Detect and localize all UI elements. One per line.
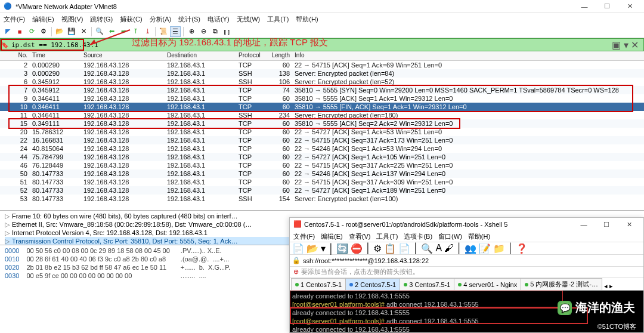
open-icon[interactable]: 📂 [54, 26, 65, 37]
packet-row[interactable]: 5080.147733192.168.43.128192.168.43.1TCP… [0, 169, 644, 178]
packet-row[interactable]: 2440.815064192.168.43.128192.168.43.1TCP… [0, 144, 644, 153]
packet-row[interactable]: 70.345912192.168.43.128192.168.43.1TCP74… [0, 86, 644, 94]
find-session-icon[interactable]: 🔍 [421, 243, 433, 254]
packet-row[interactable]: 4676.128449192.168.43.128192.168.43.1TCP… [0, 161, 644, 169]
prev-icon[interactable]: ⬅ [106, 26, 117, 37]
next-icon[interactable]: ➡ [118, 26, 129, 37]
zoom-in-icon[interactable]: ⊕ [186, 26, 197, 37]
options-icon[interactable]: ⚙ [38, 26, 49, 37]
jump-last-icon[interactable]: ⤓ [142, 26, 153, 37]
clear-filter-icon[interactable]: ▣ ▾ ✕ [612, 39, 639, 51]
menu-item[interactable]: 窗口(W) [438, 232, 462, 241]
packet-row[interactable]: 2015.786312192.168.43.128192.168.43.1TCP… [0, 128, 644, 136]
xshell-tabs[interactable]: 1 Centos7.5-12 Centos7.5-13 Centos7.5-14… [290, 278, 643, 291]
xshell-tab[interactable]: 3 Centos7.5-1 [400, 278, 454, 290]
disconnect-icon[interactable]: ⛔ [351, 243, 363, 254]
xshell-tab[interactable]: 5 内网服务器-2 测试-… [521, 278, 602, 290]
packet-row[interactable]: 5280.147733192.168.43.128192.168.43.1TCP… [0, 186, 644, 195]
menu-item[interactable]: 统计(S) [178, 15, 200, 24]
close-file-icon[interactable]: ✕ [78, 26, 89, 37]
xshell-toolbar[interactable]: 📄 📂 ▾ │ 🔄 ⛔ │ ⚙ 📋 📄 │ 🔍 A 🖌 │ 👥 📝 📁 │ ❓ [290, 242, 643, 255]
menu-item[interactable]: 选项卡(B) [404, 232, 432, 241]
column-header[interactable]: Destination [165, 51, 236, 60]
stop-capture-icon[interactable]: ■ [14, 26, 25, 37]
packet-row[interactable]: 60.345912192.168.43.128192.168.43.1SSH10… [0, 78, 644, 86]
menu-item[interactable]: 跳转(G) [90, 15, 113, 24]
xshell-title: Centos7.5-1 - root@server01:/opt/android… [304, 221, 507, 228]
packet-row[interactable]: 100.346411192.168.43.128192.168.43.1TCP6… [0, 103, 644, 111]
xshell-address-bar[interactable]: 🔒 ssh://root:**************@192.168.43.1… [290, 255, 643, 267]
zoom-out-icon[interactable]: ⊖ [198, 26, 209, 37]
xshell-close[interactable]: ✕ [618, 219, 640, 230]
add-session-icon[interactable]: ⊕ [293, 268, 299, 276]
colorize-icon[interactable]: ☰ [170, 26, 181, 37]
column-header[interactable]: Time [30, 51, 81, 60]
help-icon[interactable]: ❓ [516, 243, 528, 254]
restart-capture-icon[interactable]: ⟳ [26, 26, 37, 37]
menu-item[interactable]: 编辑(E) [32, 15, 54, 24]
menu-item[interactable]: 捕获(C) [120, 15, 142, 24]
color-icon[interactable]: 🖌 [444, 243, 454, 254]
jump-first-icon[interactable]: ⤒ [130, 26, 141, 37]
xshell-minimize[interactable]: — [573, 219, 595, 230]
packet-row[interactable]: 90.346411192.168.43.128192.168.43.1TCP60… [0, 94, 644, 103]
menu-item[interactable]: 分析(A) [150, 15, 172, 24]
xshell-tab[interactable]: 1 Centos7.5-1 [291, 278, 346, 290]
save-icon[interactable]: 💾 [66, 26, 77, 37]
menu-item[interactable]: 工具(T) [267, 15, 289, 24]
paste-icon[interactable]: 📄 [398, 243, 410, 254]
bookmark-icon[interactable]: 🔖 [1, 39, 9, 51]
menu-item[interactable]: 文件(F) [293, 232, 315, 241]
copy-icon[interactable]: 📋 [384, 243, 396, 254]
new-session-icon[interactable]: 📄 [292, 243, 304, 254]
packet-list[interactable]: 20.000290192.168.43.128192.168.43.1TCP60… [0, 61, 644, 210]
packet-row[interactable]: 30.000290192.168.43.128192.168.43.1SSH13… [0, 69, 644, 78]
column-header[interactable]: Length [268, 51, 292, 60]
packet-row[interactable]: 150.349111192.168.43.128192.168.43.1TCP6… [0, 119, 644, 128]
packet-row[interactable]: 20.000290192.168.43.128192.168.43.1TCP60… [0, 61, 644, 69]
menu-item[interactable]: 帮助(H) [468, 232, 490, 241]
menu-item[interactable]: 视图(V) [61, 15, 83, 24]
packet-list-header[interactable]: No.TimeSourceDestinationProtocolLengthIn… [0, 51, 644, 61]
packet-row[interactable]: 5380.147733192.168.43.128192.168.43.1SSH… [0, 195, 644, 203]
column-header[interactable]: Info [292, 51, 644, 60]
font-icon[interactable]: A [435, 243, 442, 254]
script-icon[interactable]: 📝 [479, 243, 491, 254]
wireshark-toolbar[interactable]: ◤ ■ ⟳ ⚙ 📂 💾 ✕ 🔍 ⬅ ➡ ⤒ ⤓ 📜 ☰ ⊕ ⊖ ⧉ ⫿⫿ [0, 25, 644, 38]
column-header[interactable]: No. [0, 51, 30, 60]
resize-columns-icon[interactable]: ⫿⫿ [222, 26, 233, 37]
menu-item[interactable]: 无线(W) [237, 15, 261, 24]
start-capture-icon[interactable]: ◤ [2, 26, 13, 37]
minimize-button[interactable]: — [574, 1, 595, 12]
packet-row[interactable]: 5180.147733192.168.43.128192.168.43.1TCP… [0, 178, 644, 186]
packet-row[interactable]: 110.346411192.168.43.128192.168.43.1SSH2… [0, 111, 644, 119]
open-session-icon[interactable]: 📂 [306, 243, 318, 254]
folder-icon[interactable]: 📁 [493, 243, 505, 254]
tab-scroll[interactable]: ◂ ▸ [604, 282, 613, 290]
menu-item[interactable]: 帮助(H) [296, 15, 318, 24]
xshell-window[interactable]: 🟥 Centos7.5-1 - root@server01:/opt/andro… [289, 217, 644, 333]
autoscroll-icon[interactable]: 📜 [158, 26, 169, 37]
column-header[interactable]: Protocol [236, 51, 268, 60]
display-filter-bar[interactable]: 🔖 ip.dst == 192.168.43.1 过滤目标为 192.168.4… [0, 38, 644, 51]
xshell-tab[interactable]: 2 Centos7.5-1 [345, 278, 400, 290]
packet-row[interactable]: 2216.166831192.168.43.128192.168.43.1TCP… [0, 136, 644, 144]
packet-row[interactable]: 4475.784799192.168.43.128192.168.43.1TCP… [0, 153, 644, 161]
maximize-button[interactable]: ☐ [596, 1, 618, 12]
people-icon[interactable]: 👥 [465, 243, 476, 254]
wireshark-menubar[interactable]: 文件(F)编辑(E)视图(V)跳转(G)捕获(C)分析(A)统计(S)电话(Y)… [0, 13, 644, 25]
find-icon[interactable]: 🔍 [94, 26, 105, 37]
close-button[interactable]: ✕ [619, 1, 640, 12]
menu-item[interactable]: 编辑(E) [321, 232, 343, 241]
xshell-tab[interactable]: 4 server01 - Nginx [454, 278, 521, 290]
xshell-menubar[interactable]: 文件(F)编辑(E)查看(V)工具(T)选项卡(B)窗口(W)帮助(H) [290, 231, 643, 242]
menu-item[interactable]: 电话(Y) [208, 15, 230, 24]
menu-item[interactable]: 文件(F) [4, 15, 25, 24]
zoom-reset-icon[interactable]: ⧉ [210, 26, 221, 37]
column-header[interactable]: Source [81, 51, 165, 60]
menu-item[interactable]: 查看(V) [349, 232, 371, 241]
menu-item[interactable]: 工具(T) [376, 232, 398, 241]
xshell-maximize[interactable]: ☐ [596, 219, 617, 230]
reconnect-icon[interactable]: 🔄 [336, 243, 348, 254]
properties-icon[interactable]: ⚙ [373, 243, 382, 254]
